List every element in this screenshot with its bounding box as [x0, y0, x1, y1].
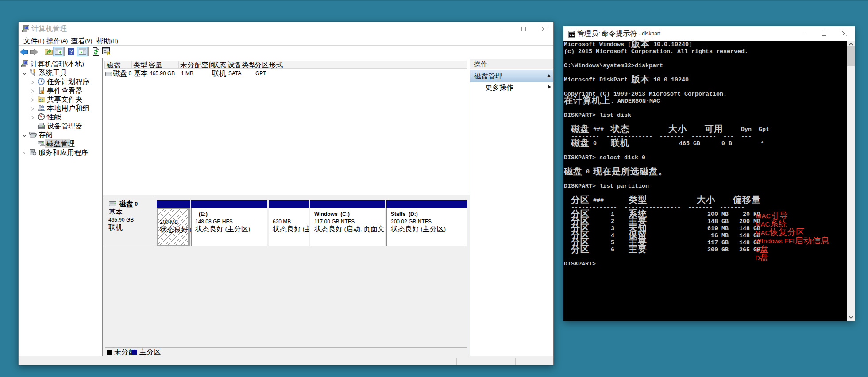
svg-text:C:\: C:\ [570, 33, 575, 37]
svg-text:?: ? [69, 48, 73, 55]
